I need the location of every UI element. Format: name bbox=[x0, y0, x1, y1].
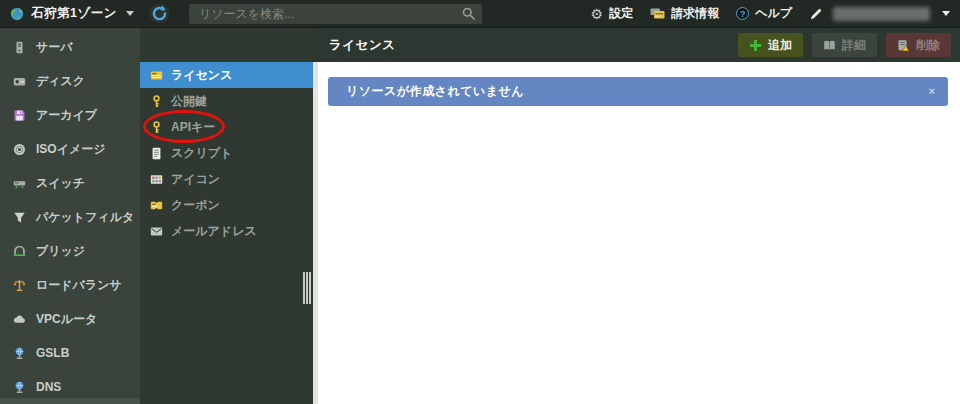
topbar-right: ⚙ 設定 請求情報 ? ヘルプ bbox=[574, 5, 950, 22]
submenu-item-mail-address[interactable]: メールアドレス bbox=[140, 218, 313, 244]
scales-icon bbox=[13, 279, 26, 292]
sidebar-item-bridge[interactable]: ブリッジ bbox=[0, 234, 140, 268]
disk-icon bbox=[13, 75, 26, 88]
submenu-item-script[interactable]: スクリプト bbox=[140, 140, 313, 166]
cloud-icon bbox=[13, 313, 26, 326]
mail-icon bbox=[150, 225, 163, 238]
coupon-icon bbox=[150, 199, 163, 212]
settings-label: 設定 bbox=[609, 5, 633, 22]
sidebar: サーバ ディスク アーカイブ ISOイメージ スイッチ パケットフィルタ ブリッ… bbox=[0, 28, 140, 404]
panel-resize-handle[interactable] bbox=[303, 272, 312, 304]
bridge-icon bbox=[13, 245, 26, 258]
help-menu-item[interactable]: ? ヘルプ bbox=[736, 5, 792, 22]
submenu-item-api-key[interactable]: APIキー bbox=[140, 114, 313, 140]
billing-card-icon bbox=[650, 7, 665, 20]
sidebar-next-item-edge bbox=[0, 398, 140, 404]
help-label: ヘルプ bbox=[755, 5, 792, 22]
account-caret-down-icon bbox=[942, 11, 950, 16]
search-input[interactable] bbox=[189, 4, 482, 24]
sidebar-item-gslb[interactable]: GSLB bbox=[0, 336, 140, 370]
plus-icon bbox=[749, 39, 762, 52]
sidebar-item-iso-image[interactable]: ISOイメージ bbox=[0, 132, 140, 166]
billing-menu-item[interactable]: 請求情報 bbox=[650, 5, 719, 22]
main-panel: ライセンス 追加 詳細 削除 リソースが作成されていません × bbox=[313, 28, 960, 404]
panel-gutter bbox=[313, 62, 318, 404]
sidebar-item-vpc-router[interactable]: VPCルータ bbox=[0, 302, 140, 336]
key-icon bbox=[150, 121, 163, 134]
content-area: リソースが作成されていません × bbox=[313, 62, 960, 404]
search-icon[interactable] bbox=[462, 7, 475, 20]
notice-close-button[interactable]: × bbox=[929, 86, 935, 97]
sidebar-item-archive[interactable]: アーカイブ bbox=[0, 98, 140, 132]
iso-disc-icon bbox=[13, 143, 26, 156]
zone-caret-down-icon bbox=[126, 11, 134, 16]
server-icon bbox=[13, 41, 26, 54]
pencil-icon bbox=[809, 7, 823, 21]
sidebar-item-disk[interactable]: ディスク bbox=[0, 64, 140, 98]
submenu-item-public-key[interactable]: 公開鍵 bbox=[140, 88, 313, 114]
zone-label: 石狩第1ゾーン bbox=[31, 5, 117, 22]
page-title: ライセンス bbox=[329, 37, 395, 54]
topbar: 石狩第1ゾーン ⚙ 設定 請求情報 ? ヘルプ bbox=[0, 0, 960, 28]
help-icon: ? bbox=[736, 7, 749, 20]
submenu-item-icon[interactable]: アイコン bbox=[140, 166, 313, 192]
delete-button[interactable]: 削除 bbox=[886, 33, 951, 57]
funnel-icon bbox=[13, 211, 26, 224]
empty-resource-notice: リソースが作成されていません × bbox=[328, 77, 948, 106]
icon-grid-icon bbox=[150, 173, 163, 186]
script-document-icon bbox=[150, 147, 163, 160]
submenu-item-coupon[interactable]: クーポン bbox=[140, 192, 313, 218]
sidebar-item-switch[interactable]: スイッチ bbox=[0, 166, 140, 200]
sidebar-item-load-balancer[interactable]: ロードバランサ bbox=[0, 268, 140, 302]
archive-floppy-icon bbox=[13, 109, 26, 122]
globe-icon bbox=[10, 7, 24, 21]
billing-label: 請求情報 bbox=[671, 5, 719, 22]
switch-icon bbox=[13, 177, 26, 190]
refresh-button[interactable] bbox=[149, 3, 170, 24]
sidebar-item-server[interactable]: サーバ bbox=[0, 30, 140, 64]
submenu-item-license[interactable]: ライセンス bbox=[140, 62, 313, 88]
settings-menu-item[interactable]: ⚙ 設定 bbox=[591, 5, 634, 22]
main-header: ライセンス 追加 詳細 削除 bbox=[313, 28, 960, 62]
zone-selector[interactable]: 石狩第1ゾーン bbox=[10, 5, 134, 22]
account-name-redacted bbox=[833, 7, 930, 21]
sidebar-item-packet-filter[interactable]: パケットフィルタ bbox=[0, 200, 140, 234]
license-icon bbox=[150, 69, 163, 82]
gear-icon: ⚙ bbox=[591, 7, 604, 21]
detail-button[interactable]: 詳細 bbox=[812, 33, 877, 57]
globe-stand-icon bbox=[13, 347, 26, 360]
search-box bbox=[189, 4, 482, 24]
refresh-icon bbox=[149, 3, 170, 24]
toolbar: 追加 詳細 削除 bbox=[738, 33, 951, 57]
notice-message: リソースが作成されていません bbox=[346, 83, 524, 100]
delete-warning-icon bbox=[897, 39, 910, 52]
submenu-panel: ライセンス 公開鍵 APIキー スクリプト アイコン クーポン メールアドレス bbox=[140, 28, 313, 404]
book-icon bbox=[823, 39, 836, 52]
add-button[interactable]: 追加 bbox=[738, 33, 803, 57]
key-icon bbox=[150, 95, 163, 108]
globe-stand-icon bbox=[13, 381, 26, 394]
account-menu[interactable] bbox=[809, 7, 950, 21]
